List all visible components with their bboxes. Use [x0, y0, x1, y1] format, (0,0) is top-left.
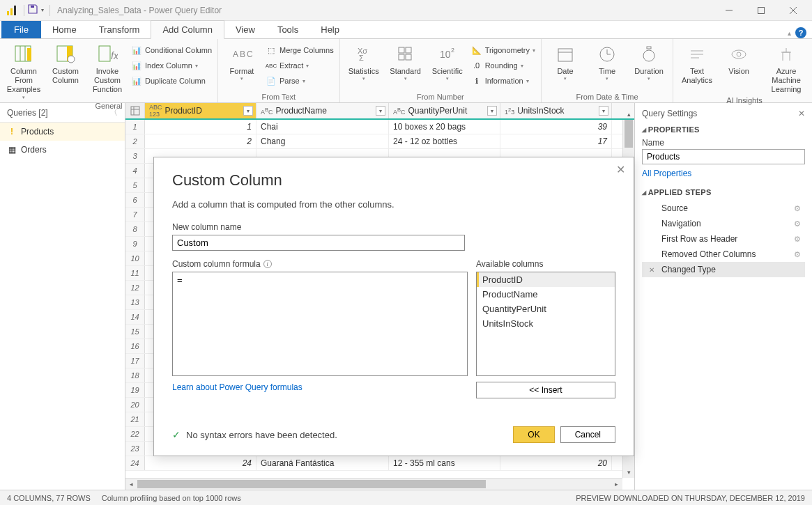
applied-step[interactable]: Source⚙	[642, 201, 805, 216]
gear-icon[interactable]: ⚙	[794, 250, 801, 259]
trigonometry-button[interactable]: 📐Trigonometry	[470, 43, 537, 57]
help-icon[interactable]: ?	[795, 27, 806, 38]
maximize-button[interactable]	[745, 0, 777, 21]
column-filter-icon[interactable]: ▾	[487, 106, 497, 116]
properties-section[interactable]: PROPERTIES	[642, 125, 805, 134]
applied-step[interactable]: First Row as Header⚙	[642, 231, 805, 247]
grid-corner[interactable]	[125, 103, 145, 118]
index-column-button[interactable]: 📊Index Column	[130, 59, 213, 72]
gear-icon[interactable]: ⚙	[794, 204, 801, 213]
information-button[interactable]: ℹInformation	[470, 74, 537, 88]
custom-column-button[interactable]: Custom Column	[46, 40, 85, 85]
row-number: 12	[125, 281, 145, 295]
column-header-productid[interactable]: ABC123ProductID▾	[145, 103, 256, 118]
status-columns: 4 COLUMNS, 77 ROWS	[7, 494, 91, 502]
info-icon[interactable]: i	[263, 260, 272, 268]
new-column-name-input[interactable]	[172, 235, 465, 251]
table-row[interactable]: 2 2 Chang 24 - 12 oz bottles 17	[125, 134, 634, 149]
cell[interactable]: Chang	[256, 134, 389, 148]
column-from-examples-button[interactable]: Column From Examples▾	[4, 40, 43, 100]
formula-label: Custom column formulai	[172, 259, 468, 269]
text-analytics-button[interactable]: Text Analytics	[677, 40, 717, 85]
available-column-item[interactable]: UnitsInStock	[477, 316, 615, 331]
qat-dropdown-icon[interactable]: ▾	[41, 7, 44, 13]
close-settings-icon[interactable]: ✕	[798, 109, 805, 118]
query-item[interactable]: !Products	[0, 123, 125, 141]
insert-button[interactable]: << Insert	[476, 382, 615, 398]
azure-ml-button[interactable]: Azure Machine Learning	[761, 40, 811, 95]
column-filter-icon[interactable]: ▾	[599, 106, 608, 116]
query-name-input[interactable]	[642, 149, 805, 164]
cancel-button[interactable]: Cancel	[560, 426, 615, 443]
dialog-close-icon[interactable]: ✕	[616, 163, 625, 176]
learn-link[interactable]: Learn about Power Query formulas	[172, 382, 302, 392]
formula-input[interactable]: =	[172, 272, 468, 376]
duration-button[interactable]: Duration▾	[629, 40, 668, 82]
tab-file[interactable]: File	[1, 21, 41, 38]
svg-point-14	[68, 56, 75, 63]
column-header-productname[interactable]: ABCProductName▾	[256, 103, 389, 118]
available-columns-list[interactable]: ProductIDProductNameQuantityPerUnitUnits…	[476, 272, 615, 376]
minimize-button[interactable]	[713, 0, 745, 21]
tab-view[interactable]: View	[224, 21, 266, 38]
merge-columns-button[interactable]: ⬚Merge Columns	[264, 43, 335, 57]
tab-home[interactable]: Home	[41, 21, 88, 38]
column-filter-icon[interactable]: ▾	[376, 106, 385, 116]
conditional-column-button[interactable]: 📊Conditional Column	[130, 43, 213, 57]
standard-button[interactable]: Standard▾	[386, 40, 425, 82]
applied-steps-section[interactable]: APPLIED STEPS	[642, 188, 805, 196]
cell[interactable]: 24 - 12 oz bottles	[389, 134, 500, 148]
cell[interactable]: 20	[500, 456, 612, 470]
invoke-custom-function-button[interactable]: fxInvoke Custom Function	[88, 40, 127, 95]
row-number: 7	[125, 208, 145, 222]
format-button[interactable]: ABCFormat▾	[222, 40, 261, 82]
cell[interactable]: 39	[500, 120, 612, 134]
all-properties-link[interactable]: All Properties	[642, 169, 805, 178]
ok-button[interactable]: OK	[513, 426, 554, 443]
date-button[interactable]: Date▾	[546, 40, 585, 82]
applied-step[interactable]: Removed Other Columns⚙	[642, 247, 805, 262]
collapse-queries-icon[interactable]: 〈	[109, 107, 118, 118]
applied-step[interactable]: Changed Type	[642, 262, 805, 277]
cell[interactable]: 2	[145, 134, 256, 148]
extract-button[interactable]: ABCExtract	[264, 59, 335, 72]
horizontal-scrollbar[interactable]: ◂▸	[125, 478, 622, 490]
cell[interactable]: 24	[145, 456, 256, 470]
rounding-button[interactable]: .0Rounding	[470, 59, 537, 72]
applied-step[interactable]: Navigation⚙	[642, 216, 805, 231]
cell[interactable]: Chai	[256, 120, 389, 134]
query-item[interactable]: ▦Orders	[0, 141, 125, 159]
duplicate-column-button[interactable]: 📊Duplicate Column	[130, 74, 213, 88]
cell[interactable]: Guaraná Fantástica	[256, 456, 389, 470]
tab-add-column[interactable]: Add Column	[151, 20, 224, 39]
step-name: First Row as Header	[661, 234, 737, 244]
table-row[interactable]: 24 24 Guaraná Fantástica 12 - 355 ml can…	[125, 456, 634, 471]
available-column-item[interactable]: QuantityPerUnit	[477, 302, 615, 316]
row-number: 2	[125, 134, 145, 148]
time-button[interactable]: Time▾	[588, 40, 627, 82]
parse-button[interactable]: 📄Parse	[264, 74, 335, 88]
cell[interactable]: 17	[500, 134, 612, 148]
collapse-ribbon-icon[interactable]: ▴	[788, 29, 791, 37]
cell[interactable]: 10 boxes x 20 bags	[389, 120, 500, 134]
tab-transform[interactable]: Transform	[88, 21, 151, 38]
statistics-button[interactable]: XσΣStatistics▾	[344, 40, 383, 82]
tab-tools[interactable]: Tools	[266, 21, 309, 38]
available-column-item[interactable]: ProductName	[477, 287, 615, 302]
svg-rect-24	[399, 54, 404, 60]
scientific-button[interactable]: 102Scientific▾	[428, 40, 467, 82]
table-row[interactable]: 1 1 Chai 10 boxes x 20 bags 39	[125, 120, 634, 134]
cell[interactable]: 1	[145, 120, 256, 134]
vision-button[interactable]: Vision	[719, 40, 758, 76]
gear-icon[interactable]: ⚙	[794, 235, 801, 244]
save-icon[interactable]	[27, 3, 38, 17]
close-button[interactable]	[777, 0, 809, 21]
column-header-quantityperunit[interactable]: ABCQuantityPerUnit▾	[389, 103, 500, 118]
gear-icon[interactable]: ⚙	[794, 219, 801, 228]
column-filter-icon[interactable]: ▾	[243, 106, 253, 116]
available-column-item[interactable]: ProductID	[477, 272, 615, 287]
cell[interactable]: 12 - 355 ml cans	[389, 456, 500, 470]
tab-help[interactable]: Help	[309, 21, 351, 38]
column-header-unitsinstock[interactable]: 123UnitsInStock▾	[500, 103, 612, 118]
window-title: Analyzing_Sales_Data - Power Query Edito…	[57, 6, 222, 15]
